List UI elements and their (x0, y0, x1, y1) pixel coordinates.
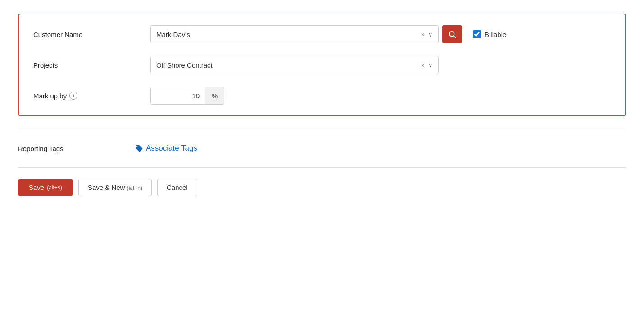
save-new-button[interactable]: Save & New (alt+n) (78, 179, 152, 196)
projects-clear-btn[interactable]: × (421, 62, 425, 69)
tag-icon (135, 144, 143, 152)
billable-checkbox[interactable] (473, 30, 481, 38)
projects-dropdown[interactable]: Off Shore Contract × ∨ (150, 56, 439, 74)
search-icon (448, 30, 456, 38)
projects-controls: × ∨ (421, 62, 433, 69)
customer-name-label: Customer Name (33, 31, 150, 38)
markup-field-group: % (150, 87, 224, 105)
svg-line-1 (454, 36, 455, 37)
actions-row: Save (alt+s) Save & New (alt+n) Cancel (18, 179, 626, 196)
markup-info-icon[interactable]: i (69, 92, 77, 100)
save-shortcut: (alt+s) (47, 184, 62, 191)
projects-label: Projects (33, 61, 150, 69)
customer-name-clear-btn[interactable]: × (421, 31, 425, 38)
projects-value: Off Shore Contract (156, 61, 421, 69)
reporting-tags-label: Reporting Tags (18, 145, 135, 152)
save-new-shortcut: (alt+n) (127, 185, 142, 191)
customer-search-button[interactable] (442, 25, 462, 43)
associate-tags-button[interactable]: Associate Tags (135, 144, 197, 153)
markup-unit: % (205, 87, 224, 104)
associate-tags-label: Associate Tags (146, 144, 197, 153)
customer-name-field-group: Mark Davis × ∨ Billable (150, 25, 506, 43)
save-button[interactable]: Save (alt+s) (18, 179, 73, 196)
section-divider (18, 129, 626, 129)
customer-name-dropdown[interactable]: Mark Davis × ∨ (150, 25, 439, 43)
markup-input-group: % (150, 87, 224, 105)
billable-label: Billable (485, 31, 506, 38)
projects-chevron-icon[interactable]: ∨ (428, 62, 433, 69)
markup-row: Mark up by i % (33, 87, 611, 105)
customer-name-controls: × ∨ (421, 31, 433, 38)
markup-label: Mark up by i (33, 92, 150, 100)
markup-input[interactable] (151, 87, 205, 104)
customer-name-row: Customer Name Mark Davis × ∨ Billable (33, 25, 611, 43)
customer-name-chevron-icon[interactable]: ∨ (428, 31, 433, 38)
form-section: Customer Name Mark Davis × ∨ Billable (18, 14, 626, 116)
reporting-tags-row: Reporting Tags Associate Tags (18, 140, 626, 156)
projects-field-group: Off Shore Contract × ∨ (150, 56, 439, 74)
projects-row: Projects Off Shore Contract × ∨ (33, 56, 611, 74)
cancel-button[interactable]: Cancel (157, 179, 197, 196)
billable-group: Billable (473, 30, 506, 38)
actions-divider (18, 167, 626, 168)
customer-name-value: Mark Davis (156, 31, 421, 38)
